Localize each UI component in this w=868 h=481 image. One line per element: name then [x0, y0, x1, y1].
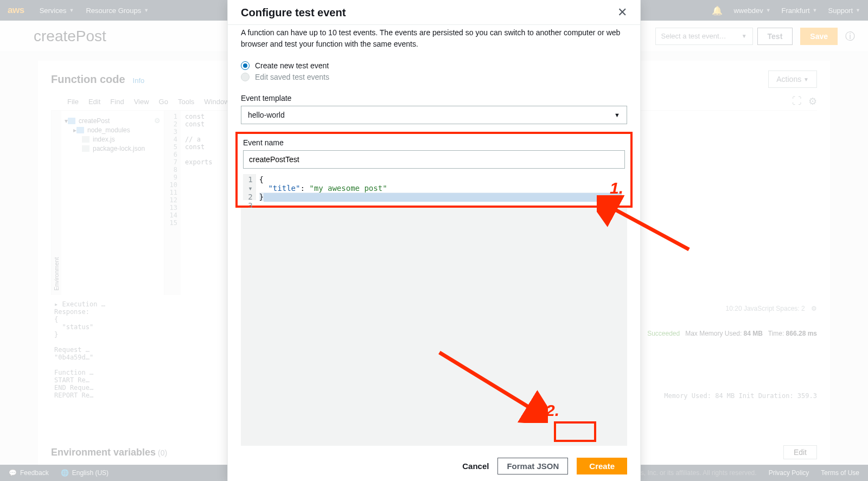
- close-icon[interactable]: ✕: [617, 7, 627, 18]
- editor-blank-area[interactable]: [241, 208, 627, 446]
- modal-title: Configure test event: [241, 7, 346, 19]
- radio-edit-saved: Edit saved test events: [241, 73, 627, 81]
- event-template-label: Event template: [228, 94, 640, 102]
- event-name-label: Event name: [243, 138, 625, 147]
- event-template-select[interactable]: hello-world ▼: [241, 106, 627, 124]
- annotation-label-1: 1.: [610, 179, 623, 197]
- configure-test-event-modal: Configure test event ✕ A function can ha…: [228, 0, 640, 481]
- event-name-input[interactable]: [243, 150, 625, 169]
- radio-selected-icon: [241, 61, 250, 70]
- radio-disabled-icon: [241, 73, 250, 81]
- radio-create-new[interactable]: Create new test event: [241, 61, 627, 70]
- event-mode-radios: Create new test event Edit saved test ev…: [228, 59, 640, 92]
- modal-footer: Cancel Format JSON Create: [228, 451, 640, 481]
- annotation-label-2: 2.: [546, 401, 559, 420]
- cancel-button[interactable]: Cancel: [462, 461, 489, 471]
- format-json-button[interactable]: Format JSON: [497, 458, 568, 474]
- annotation-box-1: Event name 1 ▾23 { "title": "my awesome …: [235, 132, 633, 208]
- chevron-down-icon: ▼: [614, 112, 620, 118]
- json-code: { "title": "my awesome post" }: [256, 174, 625, 200]
- modal-description: A function can have up to 10 test events…: [228, 24, 640, 59]
- json-editor[interactable]: 1 ▾23 { "title": "my awesome post" }: [243, 174, 625, 200]
- json-line-gutter: 1 ▾23: [243, 174, 256, 200]
- create-button[interactable]: Create: [577, 458, 627, 474]
